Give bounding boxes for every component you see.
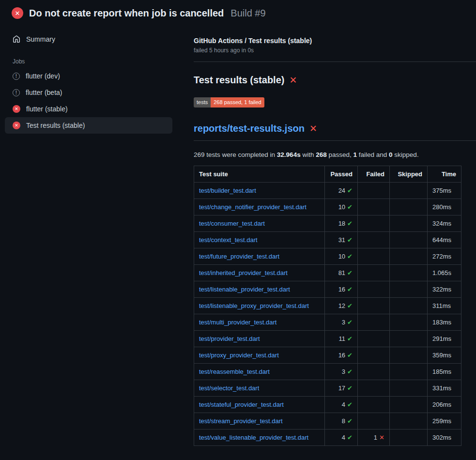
suite-link[interactable]: test/value_listenable_provider_test.dart: [199, 434, 308, 441]
report-title-text: reports/test-results.json: [194, 123, 305, 134]
passed-cell: 12✔: [325, 298, 358, 314]
summary-text: failed and: [357, 151, 389, 158]
suite-link[interactable]: test/stream_provider_test.dart: [199, 417, 283, 425]
suite-link[interactable]: test/listenable_provider_test.dart: [199, 286, 290, 293]
suite-link[interactable]: test/provider_test.dart: [199, 335, 260, 342]
skipped-cell: [390, 265, 428, 281]
check-icon: ✔: [347, 352, 353, 359]
table-header-row: Test suite Passed Failed Skipped Time: [194, 166, 461, 183]
passed-count: 81: [338, 269, 345, 276]
time-cell: 311ms: [428, 298, 461, 314]
skipped-cell: [390, 314, 428, 331]
passed-cell: 11✔: [325, 331, 358, 347]
passed-count: 24: [338, 187, 345, 194]
sidebar-item-flutter-stable[interactable]: ✕ flutter (stable): [5, 101, 172, 117]
suite-link[interactable]: test/selector_test.dart: [199, 384, 259, 392]
column-header-test-suite: Test suite: [194, 166, 325, 183]
time-cell: 331ms: [428, 380, 461, 397]
suite-link[interactable]: test/consumer_test.dart: [199, 220, 265, 227]
suite-link[interactable]: test/stateful_provider_test.dart: [199, 401, 284, 408]
passed-cell: 4✔: [325, 429, 358, 446]
table-row: test/consumer_test.dart 18✔ 324ms: [194, 215, 461, 232]
table-row: test/inherited_provider_test.dart 81✔ 1.…: [194, 265, 461, 281]
table-row: test/reassemble_test.dart 3✔ 185ms: [194, 364, 461, 380]
report-file-link[interactable]: reports/test-results.json ✕: [194, 123, 317, 134]
skipped-cell: [390, 413, 428, 429]
suite-link[interactable]: test/inherited_provider_test.dart: [199, 269, 288, 276]
passed-cell: 10✔: [325, 248, 358, 265]
jobs-section-heading: Jobs: [13, 58, 171, 65]
table-row: test/listenable_proxy_provider_test.dart…: [194, 298, 461, 314]
suite-link[interactable]: test/reassemble_test.dart: [199, 368, 270, 375]
check-icon: ✔: [347, 434, 353, 441]
skipped-cell: [390, 199, 428, 215]
build-number: Build #9: [230, 8, 265, 19]
passed-count: 8: [342, 417, 345, 425]
skipped-cell: [390, 183, 428, 199]
summary-text: with: [301, 151, 316, 158]
passed-count: 16: [338, 352, 345, 359]
sidebar: Summary Jobs ! flutter (dev) ! flutter (…: [0, 25, 179, 139]
summary-duration: 32.964s: [277, 151, 301, 158]
time-cell: 322ms: [428, 281, 461, 298]
suite-link[interactable]: test/multi_provider_test.dart: [199, 319, 276, 326]
failed-cell: [358, 364, 390, 380]
suite-link[interactable]: test/context_test.dart: [199, 236, 258, 244]
failed-cell: [358, 248, 390, 265]
passed-cell: 3✔: [325, 364, 358, 380]
sidebar-item-flutter-beta[interactable]: ! flutter (beta): [5, 84, 172, 101]
check-icon: ✔: [347, 319, 353, 326]
suite-link[interactable]: test/change_notifier_provider_test.dart: [199, 203, 307, 211]
page-title: Do not create report when job is cancell…: [29, 8, 224, 19]
suite-link[interactable]: test/builder_test.dart: [199, 187, 256, 194]
failed-cell: [358, 347, 390, 364]
passed-count: 3: [342, 319, 345, 326]
cross-icon: ✕: [379, 434, 384, 441]
check-icon: ✔: [347, 417, 353, 425]
passed-cell: 24✔: [325, 183, 358, 199]
failed-count: 1: [374, 434, 377, 441]
check-icon: ✔: [347, 187, 353, 194]
failed-cell: [358, 314, 390, 331]
failed-status-icon: ✕: [13, 122, 20, 129]
check-icon: ✔: [347, 302, 353, 309]
passed-cell: 16✔: [325, 347, 358, 364]
suite-link[interactable]: test/future_provider_test.dart: [199, 253, 279, 260]
passed-cell: 16✔: [325, 281, 358, 298]
results-table-body: test/builder_test.dart 24✔ 375ms test/ch…: [194, 183, 461, 446]
check-icon: ✔: [347, 269, 353, 276]
suite-link[interactable]: test/proxy_provider_test.dart: [199, 352, 279, 359]
check-icon: ✔: [347, 236, 353, 244]
failed-cell: [358, 298, 390, 314]
summary-passed-count: 268: [316, 151, 327, 158]
passed-cell: 8✔: [325, 413, 358, 429]
time-cell: 272ms: [428, 248, 461, 265]
run-status-line: failed 5 hours ago in 0s: [194, 47, 476, 54]
passed-cell: 10✔: [325, 199, 358, 215]
time-cell: 206ms: [428, 397, 461, 413]
passed-cell: 31✔: [325, 232, 358, 248]
table-row: test/stream_provider_test.dart 8✔ 259ms: [194, 413, 461, 429]
passed-cell: 17✔: [325, 380, 358, 397]
passed-cell: 4✔: [325, 397, 358, 413]
sidebar-item-flutter-dev[interactable]: ! flutter (dev): [5, 68, 172, 84]
table-row: test/provider_test.dart 11✔ 291ms: [194, 331, 461, 347]
passed-count: 10: [338, 253, 345, 260]
main-content: GitHub Actions / Test results (stable) f…: [179, 25, 476, 446]
suite-link[interactable]: test/listenable_proxy_provider_test.dart: [199, 302, 309, 309]
passed-cell: 81✔: [325, 265, 358, 281]
skipped-cell: [390, 281, 428, 298]
passed-count: 4: [342, 401, 345, 408]
passed-count: 4: [342, 434, 345, 441]
table-row: test/value_listenable_provider_test.dart…: [194, 429, 461, 446]
sidebar-item-summary[interactable]: Summary: [5, 31, 172, 47]
divider: [194, 61, 476, 62]
table-row: test/listenable_provider_test.dart 16✔ 3…: [194, 281, 461, 298]
job-label: flutter (stable): [26, 105, 68, 113]
time-cell: 259ms: [428, 413, 461, 429]
time-cell: 324ms: [428, 215, 461, 232]
sidebar-item-test-results-stable[interactable]: ✕ Test results (stable): [5, 117, 172, 134]
divider: [194, 140, 476, 141]
failed-cell: [358, 215, 390, 232]
skipped-cell: [390, 380, 428, 397]
